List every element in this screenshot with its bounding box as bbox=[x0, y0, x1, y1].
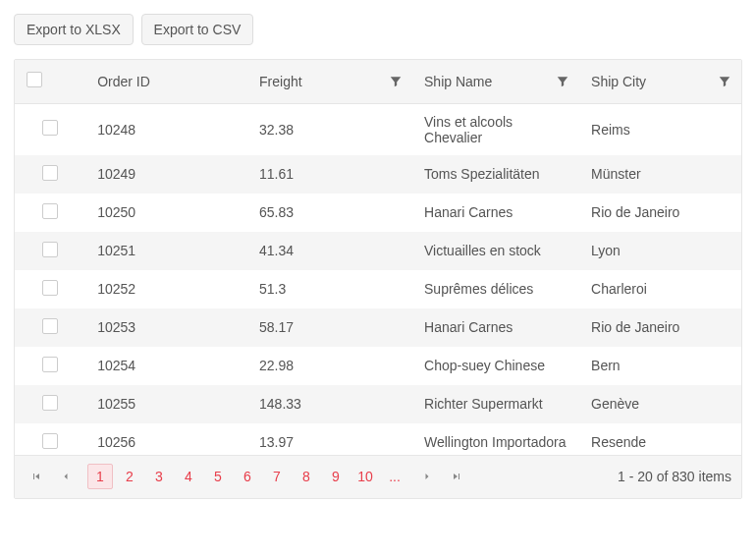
table-row[interactable]: 1025422.98Chop-suey ChineseBern bbox=[15, 347, 741, 385]
pager-page-5[interactable]: 5 bbox=[205, 464, 231, 489]
pager-page-1[interactable]: 1 bbox=[87, 464, 113, 489]
cell-ship-name: Toms Spezialitäten bbox=[412, 155, 579, 194]
cell-ship-city: Rio de Janeiro bbox=[579, 194, 741, 232]
header-label: Freight bbox=[259, 74, 302, 89]
cell-ship-city: Resende bbox=[579, 423, 741, 455]
header-label: Ship City bbox=[591, 74, 646, 89]
cell-order-id: 10248 bbox=[85, 104, 247, 155]
header-checkbox-cell bbox=[15, 60, 85, 103]
cell-ship-name: Chop-suey Chinese bbox=[412, 347, 579, 385]
cell-ship-city: Lyon bbox=[579, 232, 741, 270]
seek-last-icon bbox=[451, 471, 462, 482]
cell-freight: 65.83 bbox=[247, 194, 412, 232]
filter-icon[interactable] bbox=[718, 75, 731, 88]
grid-header-table: Order ID Freight Ship Name Ship City bbox=[15, 60, 741, 104]
cell-order-id: 10255 bbox=[85, 385, 247, 423]
pager-page-7[interactable]: 7 bbox=[264, 464, 290, 489]
cell-freight: 58.17 bbox=[247, 308, 412, 347]
header-ship-name[interactable]: Ship Name bbox=[412, 60, 579, 103]
pager-page-6[interactable]: 6 bbox=[235, 464, 260, 489]
row-checkbox-cell bbox=[15, 232, 85, 270]
cell-order-id: 10252 bbox=[85, 270, 247, 308]
cell-freight: 11.61 bbox=[247, 155, 412, 194]
table-row[interactable]: 1025251.3Suprêmes délicesCharleroi bbox=[15, 270, 741, 308]
row-checkbox-cell bbox=[15, 155, 85, 194]
cell-ship-name: Victuailles en stock bbox=[412, 232, 579, 270]
row-checkbox-cell bbox=[15, 423, 85, 455]
cell-ship-name: Hanari Carnes bbox=[412, 308, 579, 347]
cell-freight: 32.38 bbox=[247, 104, 412, 155]
pager-page-9[interactable]: 9 bbox=[323, 464, 349, 489]
cell-ship-city: Reims bbox=[579, 104, 741, 155]
row-checkbox[interactable] bbox=[42, 120, 58, 136]
cell-ship-city: Genève bbox=[579, 385, 741, 423]
pager-next-button[interactable] bbox=[415, 465, 439, 488]
pager-info: 1 - 20 of 830 items bbox=[618, 469, 731, 484]
table-row[interactable]: 1024832.38Vins et alcools ChevalierReims bbox=[15, 104, 741, 155]
cell-ship-name: Suprêmes délices bbox=[412, 270, 579, 308]
toolbar: Export to XLSX Export to CSV bbox=[14, 14, 742, 45]
select-all-checkbox[interactable] bbox=[27, 72, 42, 87]
filter-icon[interactable] bbox=[389, 75, 403, 88]
pager-last-button[interactable] bbox=[445, 465, 468, 488]
cell-freight: 51.3 bbox=[247, 270, 412, 308]
row-checkbox-cell bbox=[15, 104, 85, 155]
chevron-right-icon bbox=[421, 471, 433, 482]
cell-freight: 41.34 bbox=[247, 232, 412, 270]
row-checkbox[interactable] bbox=[42, 165, 58, 181]
pager: 12345678910... 1 - 20 of 830 items bbox=[15, 455, 741, 498]
pager-first-button[interactable] bbox=[25, 465, 48, 488]
grid-body[interactable]: 1024832.38Vins et alcools ChevalierReims… bbox=[15, 104, 741, 455]
cell-ship-city: Charleroi bbox=[579, 270, 741, 308]
cell-ship-name: Wellington Importadora bbox=[412, 423, 579, 455]
row-checkbox-cell bbox=[15, 194, 85, 232]
header-label: Ship Name bbox=[424, 74, 492, 89]
table-row[interactable]: 1025065.83Hanari CarnesRio de Janeiro bbox=[15, 194, 741, 232]
cell-ship-name: Vins et alcools Chevalier bbox=[412, 104, 579, 155]
cell-freight: 148.33 bbox=[247, 385, 412, 423]
export-csv-button[interactable]: Export to CSV bbox=[141, 14, 254, 45]
table-row[interactable]: 1025141.34Victuailles en stockLyon bbox=[15, 232, 741, 270]
table-row[interactable]: 1025613.97Wellington ImportadoraResende bbox=[15, 423, 741, 455]
header-order-id[interactable]: Order ID bbox=[85, 60, 247, 103]
filter-icon[interactable] bbox=[556, 75, 569, 88]
cell-ship-city: Münster bbox=[579, 155, 741, 194]
export-xlsx-button[interactable]: Export to XLSX bbox=[14, 14, 134, 45]
header-row: Order ID Freight Ship Name Ship City bbox=[15, 60, 741, 103]
header-ship-city[interactable]: Ship City bbox=[579, 60, 741, 103]
pager-page-2[interactable]: 2 bbox=[117, 464, 142, 489]
row-checkbox[interactable] bbox=[42, 242, 58, 257]
cell-order-id: 10256 bbox=[85, 423, 247, 455]
row-checkbox-cell bbox=[15, 347, 85, 385]
row-checkbox[interactable] bbox=[42, 395, 58, 411]
cell-ship-name: Hanari Carnes bbox=[412, 194, 579, 232]
cell-freight: 22.98 bbox=[247, 347, 412, 385]
header-label: Order ID bbox=[97, 74, 150, 89]
table-row[interactable]: 10255148.33Richter SupermarktGenève bbox=[15, 385, 741, 423]
pager-page-8[interactable]: 8 bbox=[294, 464, 319, 489]
row-checkbox[interactable] bbox=[42, 203, 58, 219]
table-row[interactable]: 1024911.61Toms SpezialitätenMünster bbox=[15, 155, 741, 194]
cell-order-id: 10250 bbox=[85, 194, 247, 232]
pager-prev-button[interactable] bbox=[54, 465, 78, 488]
row-checkbox[interactable] bbox=[42, 318, 58, 334]
cell-order-id: 10251 bbox=[85, 232, 247, 270]
table-row[interactable]: 1025358.17Hanari CarnesRio de Janeiro bbox=[15, 308, 741, 347]
row-checkbox-cell bbox=[15, 270, 85, 308]
pager-page-4[interactable]: 4 bbox=[176, 464, 201, 489]
pager-page-3[interactable]: 3 bbox=[146, 464, 172, 489]
row-checkbox[interactable] bbox=[42, 357, 58, 372]
row-checkbox[interactable] bbox=[42, 280, 58, 296]
cell-ship-city: Rio de Janeiro bbox=[579, 308, 741, 347]
seek-first-icon bbox=[30, 471, 42, 482]
data-grid: Order ID Freight Ship Name Ship City bbox=[14, 59, 742, 499]
pager-page-10[interactable]: 10 bbox=[352, 464, 378, 489]
cell-ship-name: Richter Supermarkt bbox=[412, 385, 579, 423]
pager-more[interactable]: ... bbox=[382, 464, 407, 489]
cell-freight: 13.97 bbox=[247, 423, 412, 455]
cell-order-id: 10254 bbox=[85, 347, 247, 385]
row-checkbox[interactable] bbox=[42, 433, 58, 449]
cell-ship-city: Bern bbox=[579, 347, 741, 385]
row-checkbox-cell bbox=[15, 385, 85, 423]
header-freight[interactable]: Freight bbox=[247, 60, 412, 103]
